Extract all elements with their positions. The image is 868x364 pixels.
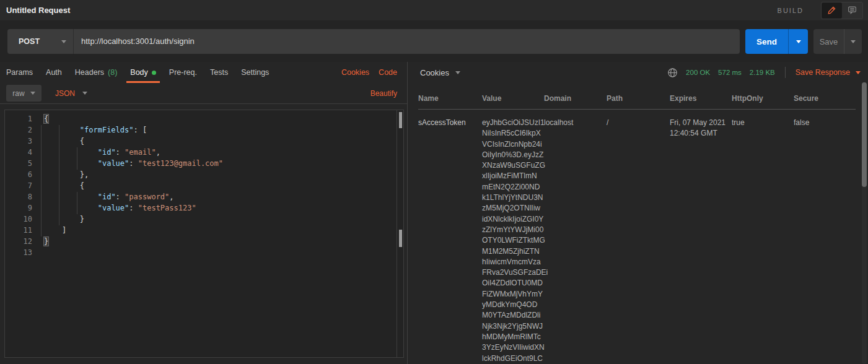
code-line: 6 }, — [5, 169, 396, 180]
code-line: 13 — [5, 247, 396, 258]
response-header: Cookies 200 OK 572 ms 2.19 KB Save Respo… — [408, 62, 868, 83]
method-select[interactable]: POST — [7, 29, 74, 54]
send-options-button[interactable] — [788, 29, 808, 54]
pencil-icon — [827, 6, 836, 15]
code-line: 1{ — [5, 113, 396, 124]
chevron-down-icon — [82, 92, 87, 95]
body-active-dot — [152, 71, 156, 75]
tab-settings[interactable]: Settings — [241, 62, 269, 83]
save-options-button[interactable] — [844, 29, 862, 54]
edit-mode-button[interactable] — [822, 2, 842, 19]
response-time[interactable]: 572 ms — [718, 69, 742, 76]
cookie-name: sAccessToken — [418, 118, 482, 364]
tab-tests[interactable]: Tests — [210, 62, 228, 83]
code-line: 10 } — [5, 214, 396, 225]
request-title[interactable]: Untitled Request — [6, 0, 70, 20]
cookie-table-header: Name Value Domain Path Expires HttpOnly … — [418, 92, 856, 110]
code-line: 11 ] — [5, 225, 396, 236]
request-tab-strip: Params Auth Headers (8) Body Pre-req. Te… — [0, 62, 407, 83]
cookie-secure: false — [794, 118, 856, 364]
url-input[interactable]: http://localhost:3001/auth/signin — [74, 29, 740, 54]
mode-toggle-group — [821, 2, 863, 19]
editor-scroll-thumb[interactable] — [399, 112, 402, 128]
active-tab-underline — [126, 81, 160, 83]
code-line: 9 "value": "testPass123" — [5, 202, 396, 214]
code-line: 12} — [5, 236, 396, 247]
response-scrollbar[interactable] — [862, 82, 867, 364]
send-button-group: Send — [745, 29, 808, 54]
send-button[interactable]: Send — [745, 29, 788, 54]
code-editor[interactable]: 1{2 "formFields": [3 {4 "id": "email",5 … — [4, 110, 404, 358]
request-links: Cookies Code — [341, 68, 397, 77]
tab-headers[interactable]: Headers (8) — [75, 62, 118, 83]
editor-scroll-mark[interactable] — [399, 230, 402, 247]
tab-auth[interactable]: Auth — [46, 62, 62, 83]
app-header: Untitled Request BUILD — [0, 0, 868, 20]
save-response-dropdown[interactable]: Save Response — [796, 68, 861, 77]
chevron-down-icon — [61, 40, 66, 43]
cookie-value: eyJhbGciOiJSUzI1 NiIsInR5cCI6IkpX VCIsIn… — [482, 118, 544, 364]
status-badge[interactable]: 200 OK — [686, 69, 710, 76]
beautify-container: Beautify — [370, 89, 397, 98]
cookies-link[interactable]: Cookies — [341, 68, 369, 77]
comment-mode-button[interactable] — [842, 2, 862, 19]
comment-icon — [848, 6, 857, 15]
tab-pre-request[interactable]: Pre-req. — [169, 62, 197, 83]
header-right: BUILD — [778, 1, 863, 19]
cookie-table: Name Value Domain Path Expires HttpOnly … — [418, 92, 856, 364]
cookie-httponly: true — [732, 118, 794, 364]
save-button[interactable]: Save — [813, 29, 844, 54]
save-button-group: Save — [813, 29, 862, 54]
tab-params[interactable]: Params — [6, 62, 33, 83]
response-scroll-thumb[interactable] — [862, 82, 867, 187]
language-select[interactable]: JSON — [55, 89, 87, 98]
beautify-link[interactable]: Beautify — [370, 89, 397, 98]
code-line: 4 "id": "email", — [5, 147, 396, 158]
cookie-table-row[interactable]: sAccessToken eyJhbGciOiJSUzI1 NiIsInR5cC… — [418, 110, 856, 364]
code-line: 7 { — [5, 180, 396, 191]
code-line: 3 { — [5, 136, 396, 147]
tab-body[interactable]: Body — [130, 62, 156, 83]
editor-scrollbar[interactable] — [397, 110, 403, 357]
app-window: { "header": { "title": "Untitled Request… — [0, 0, 868, 364]
divider — [785, 67, 786, 78]
code-line: 8 "id": "password", — [5, 191, 396, 202]
response-cookies-dropdown[interactable]: Cookies — [420, 68, 460, 77]
response-panel: Cookies 200 OK 572 ms 2.19 KB Save Respo… — [407, 62, 868, 364]
code-line: 2 "formFields": [ — [5, 124, 396, 136]
code-link[interactable]: Code — [379, 68, 397, 77]
body-format-select[interactable]: raw — [6, 85, 42, 102]
language-label: JSON — [55, 89, 75, 98]
cookie-expires: Fri, 07 May 2021 12:40:54 GMT — [670, 118, 732, 364]
chevron-down-icon — [455, 71, 460, 74]
headers-count-badge: (8) — [108, 68, 117, 77]
url-bar: POST http://localhost:3001/auth/signin — [7, 29, 740, 54]
cookie-domain: localhost — [544, 118, 607, 364]
request-panel: Params Auth Headers (8) Body Pre-req. Te… — [0, 62, 407, 364]
build-mode-label: BUILD — [778, 7, 804, 14]
body-format-label: raw — [12, 89, 24, 98]
chevron-down-icon — [851, 40, 856, 43]
body-toolbar: raw JSON Beautify — [0, 83, 407, 104]
cookie-path: / — [607, 118, 670, 364]
response-meta: 200 OK 572 ms 2.19 KB Save Response — [667, 62, 861, 83]
request-bar: POST http://localhost:3001/auth/signin S… — [0, 20, 868, 62]
response-size[interactable]: 2.19 KB — [750, 69, 775, 76]
chevron-down-icon — [796, 40, 801, 43]
chevron-down-icon — [30, 92, 35, 95]
code-lines: 1{2 "formFields": [3 {4 "id": "email",5 … — [5, 113, 396, 357]
method-label: POST — [7, 37, 40, 46]
chevron-down-icon — [856, 71, 861, 74]
code-line: 5 "value": "test123@gmail.com" — [5, 158, 396, 169]
network-globe-icon — [667, 67, 678, 78]
